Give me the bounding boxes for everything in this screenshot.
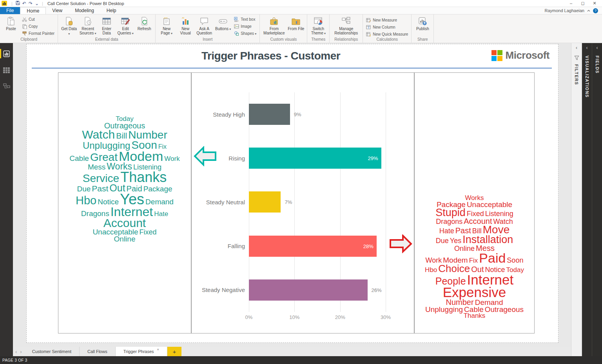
cloud-word: Choice <box>438 264 470 274</box>
bar[interactable] <box>249 191 281 213</box>
filters-panel-collapsed[interactable]: ‹ FILTERS <box>571 43 582 356</box>
edit-queries-button[interactable]: Edit Queries <box>116 15 134 37</box>
report-view-button[interactable] <box>0 49 13 59</box>
cloud-word: Paid <box>479 252 506 264</box>
copy-button[interactable]: Copy <box>21 23 56 29</box>
cloud-word: Hbo <box>76 195 96 206</box>
expand-panel-icon[interactable]: ‹ <box>576 45 577 50</box>
cloud-word: Demand <box>145 198 174 205</box>
switch-theme-button[interactable]: Switch Theme <box>309 15 327 37</box>
buttons-button[interactable]: Buttons <box>214 15 232 37</box>
chevron-up-icon[interactable] <box>587 10 590 12</box>
toolbar-options-caret-icon[interactable]: ⌄ <box>35 1 39 6</box>
from-file-button[interactable]: From File <box>287 15 305 37</box>
microsoft-logo: Microsoft <box>491 49 550 61</box>
recent-sources-button[interactable]: Recent Sources <box>79 15 97 37</box>
cloud-row: WatchBillNumber <box>82 129 167 140</box>
redo-icon[interactable]: ↷ <box>29 1 33 6</box>
new-page-tab-button[interactable]: + <box>167 347 181 356</box>
sheet-tab[interactable]: Customer Sentiment <box>24 347 80 356</box>
cloud-word: Past <box>455 227 471 234</box>
word-cloud-negative-visual[interactable]: WorksPackageUnacceptableStupidFixedListe… <box>414 72 535 333</box>
sheet-tab[interactable]: Call Flows <box>80 347 116 356</box>
expand-panel-icon[interactable]: ‹ <box>586 45 588 50</box>
title-divider <box>32 68 552 68</box>
cloud-word: Dragons <box>81 210 109 217</box>
tab-view[interactable]: View <box>46 7 69 14</box>
cloud-row: Expensive <box>443 286 506 299</box>
sheet-tab[interactable]: Trigger Phrases× <box>116 347 167 356</box>
cloud-word: Demand <box>475 299 503 306</box>
text-box-button[interactable]: Text box <box>233 16 257 22</box>
restore-button[interactable]: ◻ <box>577 1 589 6</box>
next-page-arrow-icon[interactable]: › <box>20 349 22 355</box>
group-label: Share <box>412 37 433 43</box>
new-measure-button[interactable]: New Measure <box>365 17 409 23</box>
cloud-word: Installation <box>462 235 513 245</box>
scissors-icon <box>22 17 27 22</box>
report-view-icon <box>3 50 10 57</box>
shapes-icon <box>234 31 239 36</box>
save-icon[interactable] <box>16 1 20 6</box>
cloud-word: Unplugging <box>425 306 463 313</box>
visualizations-panel-collapsed[interactable]: ‹ VISUALIZATIONS <box>582 43 592 356</box>
ribbon-group-themes: Switch Theme Themes <box>307 14 330 43</box>
bar[interactable]: 29% <box>249 148 381 169</box>
ask-a-question-button[interactable]: Ask A Question <box>195 15 213 37</box>
help-icon[interactable] <box>593 8 598 13</box>
new-page-button[interactable]: New Page <box>158 15 176 37</box>
tab-modeling[interactable]: Modeling <box>69 7 100 14</box>
bar-row: 9% <box>249 92 408 136</box>
data-view-button[interactable] <box>0 65 13 75</box>
shapes-button[interactable]: Shapes <box>233 31 257 36</box>
cloud-word: Account <box>103 218 146 229</box>
from-marketplace-button[interactable]: From Marketplace <box>262 15 286 37</box>
cloud-word: Thanks <box>120 171 167 184</box>
undo-icon[interactable]: ↶ <box>22 1 26 6</box>
prev-page-arrow-icon[interactable]: ‹ <box>15 349 17 355</box>
powerbi-app-icon <box>2 1 7 6</box>
model-view-button[interactable] <box>0 81 13 92</box>
left-arrow-shape[interactable] <box>194 146 217 166</box>
right-arrow-shape[interactable] <box>389 234 412 253</box>
bar-value-label: 28% <box>363 243 374 249</box>
bar[interactable]: 28% <box>249 236 377 257</box>
refresh-button[interactable]: Refresh <box>135 15 153 37</box>
cloud-word: Past <box>92 185 108 192</box>
report-page[interactable]: Trigger Phrases - Customer Microsoft Tod… <box>26 44 558 343</box>
format-painter-button[interactable]: Format Painter <box>21 31 56 36</box>
bar[interactable] <box>249 279 368 301</box>
bar[interactable] <box>249 104 290 125</box>
cloud-row: Thanks <box>464 313 486 319</box>
paste-button[interactable]: Paste <box>2 15 20 37</box>
fields-panel-collapsed[interactable]: ‹ FIELDS <box>592 43 602 356</box>
image-button[interactable]: Image <box>233 23 257 29</box>
publish-button[interactable]: Publish <box>413 15 432 37</box>
manage-relationships-button[interactable]: Manage Relationships <box>332 15 361 37</box>
new-column-button[interactable]: New Column <box>365 24 409 30</box>
enter-data-button[interactable]: Enter Data <box>98 15 116 37</box>
word-cloud-positive-visual[interactable]: TodayOutrageousWatchBillNumberUnplugging… <box>58 72 191 333</box>
cloud-word: Internet <box>111 206 153 218</box>
cloud-word: Stupid <box>435 208 466 218</box>
filter-funnel-icon <box>574 56 579 60</box>
expand-panel-icon[interactable]: ‹ <box>597 45 598 50</box>
minimize-button[interactable]: – <box>565 1 577 6</box>
sentiment-bar-chart-visual[interactable]: Steady HighRisingSteady NeutralFallingSt… <box>191 72 414 333</box>
get-data-button[interactable]: Get Data <box>60 15 78 37</box>
new-quick-measure-button[interactable]: New Quick Measure <box>365 31 409 37</box>
side-panels: ‹ FILTERS ‹ VISUALIZATIONS ‹ FIELDS <box>571 43 602 356</box>
ribbon-group-clipboard: Paste Cut Copy Format Painter Clipboard <box>0 14 58 43</box>
cut-button[interactable]: Cut <box>21 16 56 22</box>
signed-in-user[interactable]: Raymond Laghaeian <box>544 8 584 13</box>
tab-help[interactable]: Help <box>100 7 123 14</box>
tab-file[interactable]: File <box>0 7 20 14</box>
close-button[interactable]: ✕ <box>589 1 600 6</box>
bar-value-label: 29% <box>368 155 378 161</box>
new-visual-button[interactable]: New Visual <box>176 15 194 37</box>
cloud-word: Listening <box>485 211 513 217</box>
tab-home[interactable]: Home <box>20 7 46 14</box>
ribbon-group-calculations: New Measure New Column New Quick Measure… <box>363 14 412 43</box>
quick-measure-icon <box>366 32 371 37</box>
close-tab-icon[interactable]: × <box>157 348 159 351</box>
